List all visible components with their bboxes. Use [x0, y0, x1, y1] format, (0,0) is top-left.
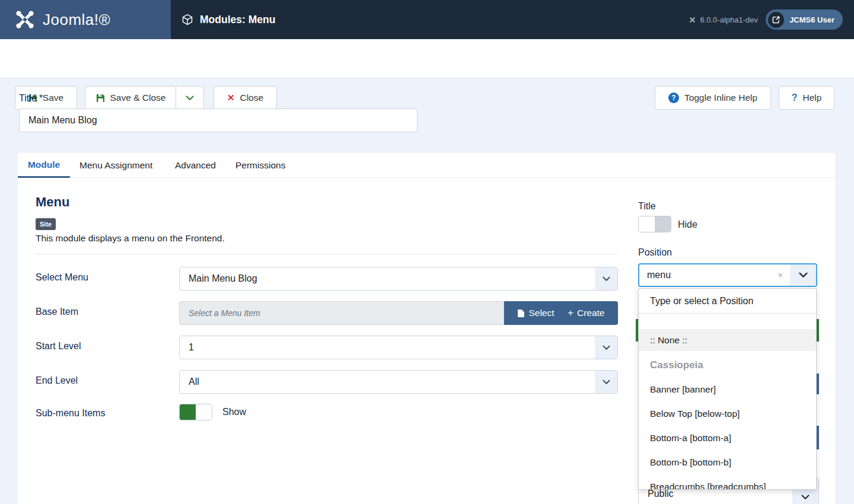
position-option-banner[interactable]: Banner [banner]: [639, 377, 816, 401]
hidden-button-sliver: [817, 374, 819, 394]
external-link-icon: [768, 12, 784, 28]
tab-bar: Module Menu Assignment Advanced Permissi…: [18, 153, 835, 178]
title-field-label: Title *: [19, 93, 43, 104]
close-button[interactable]: ✕ Close: [214, 86, 277, 110]
position-option-empty[interactable]: [639, 314, 816, 329]
position-option-below-top[interactable]: Below Top [below-top]: [639, 401, 816, 426]
user-menu-button[interactable]: JCMS6 User: [766, 9, 843, 30]
end-level-label: End Level: [36, 375, 169, 386]
close-icon: ✕: [227, 92, 235, 103]
select-menu-select[interactable]: Main Menu Blog: [179, 267, 618, 291]
logo-wordmark: Joomla!®: [43, 11, 110, 29]
tab-module[interactable]: Module: [18, 153, 70, 178]
start-level-select[interactable]: 1: [179, 336, 618, 359]
save-options-dropdown-button[interactable]: [176, 86, 204, 110]
toolbar: Save Save & Close ✕ Close ?: [0, 39, 854, 78]
close-label: Close: [240, 92, 263, 103]
toggle-off-half: [196, 404, 212, 420]
version-text: 6.0.0-alpha1-dev: [700, 15, 758, 24]
joomla-logo-icon: [14, 9, 36, 30]
plus-icon: +: [568, 307, 573, 319]
chevron-down-icon: [186, 95, 194, 101]
submenu-items-label: Sub-menu Items: [36, 408, 169, 419]
joomla-version-icon: [689, 16, 696, 24]
position-combobox: ×: [638, 263, 817, 287]
position-option-bottom-a[interactable]: Bottom-a [bottom-a]: [639, 426, 816, 450]
base-item-actions: Select + Create: [504, 301, 618, 325]
hidden-status-toggle-sliver: [817, 319, 819, 342]
document-icon: [517, 309, 525, 318]
base-item-field: Select a Menu Item: [179, 301, 504, 325]
position-option-breadcrumbs[interactable]: Breadcrumbs [breadcrumbs]: [639, 474, 816, 490]
module-heading: Menu: [36, 194, 69, 210]
base-item-create-button[interactable]: + Create: [568, 307, 604, 319]
chevron-down-icon: [595, 336, 617, 359]
start-level-label: Start Level: [36, 341, 169, 352]
joomla-logo-section[interactable]: Joomla!®: [0, 0, 171, 39]
version-indicator: 6.0.0-alpha1-dev: [689, 0, 758, 39]
toggle-on-half: [180, 404, 196, 420]
base-item-select-label: Select: [528, 308, 554, 318]
tab-permissions[interactable]: Permissions: [235, 153, 285, 178]
chevron-down-icon[interactable]: [790, 264, 816, 286]
base-item-placeholder: Select a Menu Item: [180, 302, 504, 324]
base-item-create-label: Create: [577, 308, 605, 318]
position-option-none[interactable]: :: None ::: [639, 329, 816, 351]
toggle-off-half: [639, 216, 655, 232]
tab-advanced[interactable]: Advanced: [175, 153, 216, 178]
save-icon: [96, 94, 105, 103]
chevron-down-icon: [595, 371, 617, 393]
submenu-items-state: Show: [222, 407, 246, 417]
app-header: Joomla!® Modules: Menu 6.0.0-alpha1-dev: [0, 0, 854, 39]
end-level-select[interactable]: All: [179, 370, 618, 394]
position-search-input[interactable]: [639, 270, 771, 280]
chevron-down-icon: [595, 267, 617, 290]
edit-form-panel: Module Menu Assignment Advanced Permissi…: [18, 153, 835, 504]
hidden-button-sliver: [817, 426, 819, 449]
position-label: Position: [638, 247, 672, 258]
submenu-items-toggle[interactable]: [179, 404, 212, 420]
position-dropdown: Type or select a Position :: None :: Cas…: [638, 288, 817, 490]
save-and-close-label: Save & Close: [110, 92, 166, 103]
tab-menu-assignment[interactable]: Menu Assignment: [79, 153, 152, 178]
position-dropdown-prompt: Type or select a Position: [639, 289, 816, 314]
divider: [36, 254, 618, 254]
help-button[interactable]: ? Help: [779, 86, 834, 110]
save-label: Save: [43, 92, 63, 103]
start-level-value: 1: [180, 336, 617, 359]
question-icon: ?: [792, 92, 798, 103]
site-badge: Site: [36, 218, 56, 230]
toggle-inline-help-label: Toggle Inline Help: [684, 92, 757, 103]
toggle-gray-half: [655, 216, 671, 232]
help-circle-icon: ?: [668, 92, 679, 103]
page-title: Modules: Menu: [200, 14, 275, 26]
toggle-inline-help-button[interactable]: ? Toggle Inline Help: [655, 86, 771, 110]
position-group-cassiopeia: Cassiopeia: [639, 351, 816, 377]
title-input[interactable]: [19, 109, 418, 132]
save-and-close-button[interactable]: Save & Close: [85, 86, 177, 110]
select-menu-value: Main Menu Blog: [180, 267, 617, 290]
app-root: Joomla!® Modules: Menu 6.0.0-alpha1-dev: [0, 0, 854, 504]
module-description: This module displays a menu on the Front…: [36, 233, 225, 244]
sidebar-title-toggle[interactable]: [638, 216, 671, 232]
position-option-bottom-b[interactable]: Bottom-b [bottom-b]: [639, 450, 816, 474]
user-button-label: JCMS6 User: [789, 15, 834, 24]
select-menu-label: Select Menu: [36, 272, 169, 283]
help-label: Help: [802, 92, 821, 103]
sidebar-title-label: Title: [638, 201, 656, 212]
end-level-value: All: [180, 371, 617, 393]
clear-icon[interactable]: ×: [771, 270, 790, 280]
base-item-label: Base Item: [36, 307, 169, 317]
base-item-select-button[interactable]: Select: [517, 308, 554, 318]
sidebar-title-state: Hide: [678, 219, 697, 230]
page-heading: Modules: Menu: [181, 0, 275, 39]
cube-icon: [181, 14, 193, 25]
